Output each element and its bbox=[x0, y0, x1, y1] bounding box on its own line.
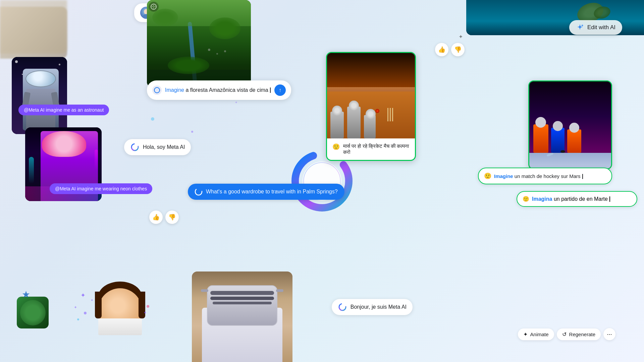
star-icon-top-right: ✦ bbox=[459, 34, 463, 40]
imagine-keyword: Imagine bbox=[165, 87, 184, 93]
thumbs-mid-left-group: 👍 👎 bbox=[149, 210, 179, 224]
cricket-emoji: 🙂 bbox=[332, 143, 340, 150]
cricket-mars-image bbox=[327, 53, 415, 138]
star-icon-2: ✦ bbox=[74, 305, 77, 310]
hockey-mars-card bbox=[528, 80, 612, 170]
meta-ai-icon bbox=[152, 85, 162, 95]
hockey-imagine-keyword: Imagine bbox=[494, 173, 513, 179]
meta-ai-dot-icon bbox=[195, 188, 203, 196]
thumbs-up-top-button[interactable]: 👍 bbox=[435, 43, 448, 56]
more-options-button[interactable]: ··· bbox=[603, 328, 615, 340]
svg-point-3 bbox=[154, 87, 160, 93]
meta-ai-ring-icon bbox=[130, 142, 140, 152]
cricket-caption-text: मार्स पर हो रहे क्रिकेट मैच की कल्पना कर… bbox=[343, 143, 410, 155]
hockey-emoji-icon: 🙂 bbox=[484, 172, 491, 180]
animate-button[interactable]: ✦ Animate bbox=[518, 328, 554, 340]
astronaut-tag-text: @Meta AI imagine me as an astronaut bbox=[24, 107, 104, 113]
edit-with-ai-label: Edit with AI bbox=[587, 24, 615, 31]
cricket-caption-area: 🙂 मार्स पर हो रहे क्रिकेट मैच की कल्पना … bbox=[327, 138, 415, 160]
hockey-prompt-rest: un match de hockey sur Mars bbox=[515, 173, 581, 179]
bonjour-label-text: Bonjour, je suis Meta AI bbox=[351, 304, 407, 310]
girl-deco-dot-2 bbox=[144, 312, 146, 313]
girl-face-container bbox=[89, 272, 151, 362]
svg-point-4 bbox=[131, 144, 138, 150]
hockey-mars-image bbox=[529, 81, 611, 169]
regenerate-button[interactable]: ↺ Regenerate bbox=[557, 328, 601, 340]
neon-tag-text: @Meta AI imagine me wearing neon clothes bbox=[55, 186, 147, 191]
amazon-prompt-bar[interactable]: Imagine a floresta Amazônica vista de ci… bbox=[147, 80, 291, 100]
svg-point-8 bbox=[195, 188, 202, 195]
more-dots-icon: ··· bbox=[607, 331, 612, 338]
scatter-dot-2 bbox=[216, 53, 218, 55]
blue-star-icon: ★ bbox=[22, 289, 30, 300]
regenerate-icon: ↺ bbox=[562, 331, 567, 338]
amazon-prompt-rest: a floresta Amazônica vista de cima bbox=[185, 87, 268, 93]
astronaut-image bbox=[12, 57, 67, 134]
hockey-prompt-bar[interactable]: 🙂 Imagine un match de hockey sur Mars bbox=[478, 168, 612, 184]
edit-with-ai-button[interactable]: Edit with AI bbox=[569, 20, 622, 35]
vr-headset-image bbox=[192, 272, 292, 362]
spanish-emoji-icon: 🙂 bbox=[523, 196, 529, 202]
small-star-mid: ✦ bbox=[235, 101, 237, 104]
bonjour-meta-ai-icon bbox=[338, 302, 347, 312]
palm-springs-text: What's a good wardrobe to travel with in… bbox=[206, 189, 338, 195]
thumbs-down-top-button[interactable]: 👎 bbox=[451, 43, 465, 56]
girl-deco-dot-1 bbox=[147, 305, 149, 308]
send-button[interactable]: ↑ bbox=[274, 84, 286, 96]
bonjour-meta-ai-bubble: Bonjour, je suis Meta AI bbox=[332, 299, 413, 315]
deco-dot-blue bbox=[151, 117, 154, 121]
thumbs-up-mid-button[interactable]: 👍 bbox=[149, 210, 163, 224]
animate-icon: ✦ bbox=[523, 331, 528, 338]
ai-sparkle-icon bbox=[576, 23, 584, 32]
dot-deco-1 bbox=[84, 312, 87, 314]
neon-tag: @Meta AI imagine me wearing neon clothes bbox=[50, 183, 152, 194]
star-deco-right: ✦ bbox=[459, 34, 463, 40]
spanish-imagine-keyword: Imagina bbox=[532, 196, 552, 202]
scatter-dot-3 bbox=[224, 50, 226, 52]
thumbs-top-right-group: 👍 👎 bbox=[435, 43, 465, 56]
spanish-prompt-text: Imagina un partido de en Marte bbox=[532, 196, 610, 202]
star-icon-1: ✦ bbox=[80, 292, 86, 299]
svg-point-9 bbox=[339, 304, 346, 310]
thumbs-down-mid-button[interactable]: 👎 bbox=[165, 210, 179, 224]
hockey-prompt-text: Imagine un match de hockey sur Mars bbox=[494, 173, 606, 179]
palm-springs-bubble: What's a good wardrobe to travel with in… bbox=[188, 184, 344, 200]
hola-label-text: Hola, soy Meta AI bbox=[143, 144, 185, 150]
astronaut-tag: @Meta AI imagine me as an astronaut bbox=[18, 105, 109, 115]
deco-dot-purple bbox=[191, 131, 193, 133]
spanish-prompt-bar[interactable]: 🙂 Imagina un partido de en Marte bbox=[517, 191, 637, 207]
animate-label: Animate bbox=[530, 331, 549, 337]
dot-deco-2 bbox=[77, 318, 79, 320]
regenerate-label: Regenerate bbox=[569, 331, 595, 337]
amazon-forest-image bbox=[147, 0, 251, 87]
amazon-prompt-text: Imagine a floresta Amazônica vista de ci… bbox=[165, 87, 271, 93]
action-bar: ✦ Animate ↺ Regenerate ··· bbox=[518, 328, 615, 340]
hola-meta-ai-bubble: Hola, soy Meta AI bbox=[124, 139, 191, 155]
scatter-dot-1 bbox=[208, 49, 210, 51]
thumb-bottom-left bbox=[17, 297, 49, 328]
cricket-mars-card: 🙂 मार्स पर हो रहे क्रिकेट मैच की कल्पना … bbox=[326, 52, 416, 161]
bg-blur-topleft bbox=[0, 0, 67, 54]
spanish-prompt-rest: un partido de en Marte bbox=[554, 196, 608, 202]
